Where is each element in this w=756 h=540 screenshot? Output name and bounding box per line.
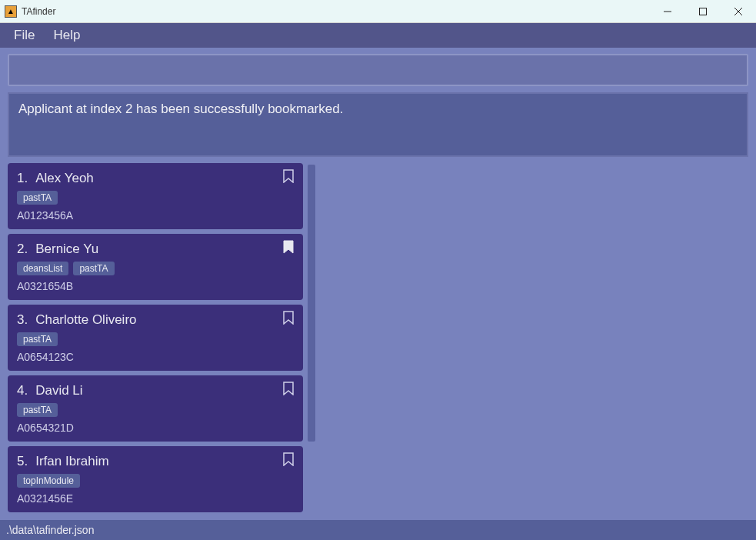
card-tags: pastTA [17, 191, 294, 205]
bookmark-icon[interactable] [283, 311, 294, 325]
applicant-card[interactable]: 1.Alex YeohpastTAA0123456A [8, 163, 303, 229]
card-index: 2. [17, 242, 28, 257]
card-index: 1. [17, 171, 28, 186]
card-id: A0123456A [17, 209, 294, 222]
tag: pastTA [17, 403, 58, 417]
svg-rect-1 [700, 8, 707, 15]
card-tags: pastTA [17, 332, 294, 346]
menu-help[interactable]: Help [45, 25, 88, 46]
card-id: A0321456E [17, 492, 294, 505]
applicant-card[interactable]: 4.David LipastTAA0654321D [8, 375, 303, 442]
card-header: 4.David Li [17, 383, 294, 398]
card-id: A0654321D [17, 422, 294, 434]
maximize-button[interactable] [685, 0, 721, 22]
card-tags: topInModule [17, 474, 294, 488]
tag: pastTA [17, 332, 58, 346]
card-tags: pastTA [17, 403, 294, 417]
card-header: 3.Charlotte Oliveiro [17, 312, 294, 328]
tag: topInModule [17, 474, 80, 488]
card-id: A0654123C [17, 351, 294, 363]
card-header: 5.Irfan Ibrahim [17, 454, 294, 469]
card-name: Irfan Ibrahim [35, 454, 108, 469]
card-name: Alex Yeoh [35, 171, 94, 186]
applicant-list: 1.Alex YeohpastTAA0123456A2.Bernice Yude… [8, 163, 306, 520]
applicant-card[interactable]: 5.Irfan IbrahimtopInModuleA0321456E [8, 446, 303, 512]
titlebar: ▲ TAfinder [0, 0, 756, 23]
card-index: 3. [17, 312, 28, 328]
menu-file[interactable]: File [6, 25, 42, 46]
bookmark-icon[interactable] [283, 240, 294, 254]
window-controls [650, 0, 756, 22]
result-display: Applicant at index 2 has been successful… [8, 92, 748, 157]
card-name: Charlotte Oliveiro [35, 312, 136, 328]
card-name: Bernice Yu [35, 242, 98, 257]
window-title: TAfinder [22, 6, 55, 17]
applicant-list-panel: 1.Alex YeohpastTAA0123456A2.Bernice Yude… [8, 163, 315, 520]
bookmark-icon[interactable] [283, 382, 294, 395]
bookmark-icon[interactable] [283, 169, 294, 183]
command-input[interactable] [8, 54, 748, 86]
status-path: .\data\tafinder.json [6, 524, 94, 536]
applicant-card[interactable]: 3.Charlotte OliveiropastTAA0654123C [8, 305, 303, 371]
scrollbar-thumb[interactable] [308, 165, 315, 442]
card-header: 1.Alex Yeoh [17, 171, 294, 186]
scrollbar[interactable] [308, 163, 315, 520]
detail-panel [315, 163, 748, 520]
tag: pastTA [73, 262, 114, 275]
applicant-card[interactable]: 2.Bernice YudeansListpastTAA0321654B [8, 234, 303, 300]
card-id: A0321654B [17, 280, 294, 292]
card-name: David Li [35, 383, 82, 398]
card-tags: deansListpastTA [17, 262, 294, 275]
card-index: 4. [17, 383, 28, 398]
card-header: 2.Bernice Yu [17, 242, 294, 257]
card-index: 5. [17, 454, 28, 469]
close-button[interactable] [721, 0, 756, 22]
minimize-button[interactable] [650, 0, 685, 22]
menubar: File Help [0, 23, 756, 48]
statusbar: .\data\tafinder.json [0, 520, 756, 540]
content-area: Applicant at index 2 has been successful… [0, 48, 756, 520]
app-icon: ▲ [5, 5, 17, 18]
bookmark-icon[interactable] [283, 452, 294, 466]
tag: pastTA [17, 191, 58, 205]
result-message: Applicant at index 2 has been successful… [18, 102, 343, 116]
tag: deansList [17, 262, 68, 275]
